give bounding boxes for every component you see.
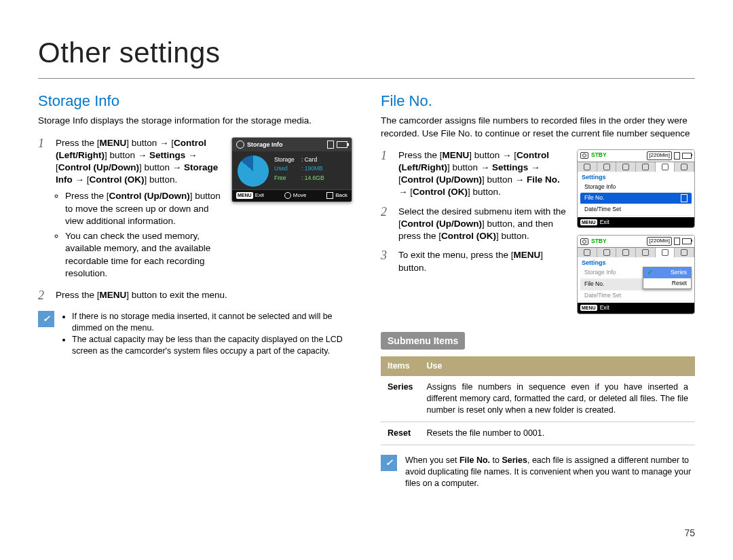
submenu-heading: Submenu Items: [381, 332, 465, 350]
storage-info-intro: Storage Info displays the storage inform…: [38, 115, 352, 127]
list-item: Storage Info: [580, 182, 692, 193]
camera-icon: [580, 152, 588, 159]
list-item: File No.: [580, 193, 692, 204]
tab-icon: [681, 249, 688, 256]
gear-icon: [236, 141, 244, 149]
file-icon: [681, 194, 688, 202]
r-step3-text: To exit the menu, press the [MENU] butto…: [398, 249, 570, 274]
tab-icon: [622, 164, 629, 170]
tab-icon: [603, 249, 610, 256]
tab-icon: [584, 249, 590, 256]
tab-icon: [642, 249, 649, 256]
list-item: Date/Time Set: [580, 204, 692, 215]
step-number: 3: [381, 249, 390, 261]
file-no-lcd-2: STBY [220Min]: [577, 235, 695, 314]
page-number: 75: [684, 527, 695, 540]
step2-text: Press the [MENU] button to exit the menu…: [56, 289, 352, 301]
note-block: ✓ When you set File No. to Series, each …: [381, 455, 695, 489]
tab-icon: [642, 164, 649, 170]
col-items: Items: [381, 356, 420, 376]
horizontal-rule: [38, 78, 695, 79]
submenu-table: Items Use Series Assigns file numbers in…: [381, 356, 695, 445]
camera-icon: [580, 238, 588, 245]
step-number: 2: [38, 289, 48, 301]
note-icon: ✓: [381, 455, 397, 471]
storage-info-heading: Storage Info: [38, 91, 352, 111]
tab-icon: [662, 249, 669, 256]
note-item: If there is no storage media inserted, i…: [72, 311, 352, 334]
note-block: ✓ If there is no storage media inserted,…: [38, 311, 352, 357]
storage-info-lcd: Storage Info Storage: Card: [231, 137, 352, 202]
file-no-heading: File No.: [381, 91, 695, 111]
tab-icon: [584, 164, 590, 170]
note-item: The actual capacity may be less than the…: [72, 334, 352, 357]
battery-icon: [682, 153, 692, 159]
step-number: 1: [381, 149, 390, 162]
file-no-intro: The camcorder assigns file numbers to re…: [381, 115, 695, 139]
joystick-icon: [284, 192, 291, 199]
tab-icon: [662, 164, 669, 170]
list-item: Date/Time Set: [580, 291, 692, 301]
table-row: Series Assigns file numbers in sequence …: [381, 376, 695, 422]
menu-chip-icon: MENU: [580, 219, 597, 225]
card-icon: [674, 152, 680, 160]
tab-icon: [603, 164, 610, 170]
col-use: Use: [420, 356, 695, 376]
submenu-popup: ✓Series Reset: [643, 267, 692, 289]
tab-icon: [681, 164, 688, 170]
step1-bullet: You can check the used memory, available…: [65, 230, 225, 280]
table-row: Reset Resets the file number to 0001.: [381, 422, 695, 445]
battery-icon: [337, 141, 347, 148]
menu-chip-icon: MENU: [580, 305, 597, 311]
page-title: Other settings: [38, 34, 695, 73]
r-step1-text: Press the [MENU] button → [Control (Left…: [398, 149, 570, 199]
card-icon: [327, 141, 334, 149]
check-icon: ✓: [647, 269, 653, 276]
menu-chip-icon: MENU: [236, 192, 253, 198]
lcd-title: Storage Info: [247, 141, 283, 149]
note-icon: ✓: [38, 311, 54, 327]
step-number: 1: [38, 137, 48, 149]
back-icon: [326, 192, 333, 199]
pie-chart-icon: [238, 155, 269, 187]
step1-bullet: Press the [Control (Up/Down)] button to …: [65, 190, 225, 227]
r-step2-text: Select the desired submenu item with the…: [398, 206, 570, 243]
card-icon: [674, 238, 680, 245]
step1-text: Press the [MENU] button → [Control (Left…: [56, 137, 225, 282]
tab-icon: [622, 249, 629, 256]
file-no-lcd-1: STBY [220Min]: [577, 149, 695, 228]
step-number: 2: [381, 206, 390, 218]
battery-icon: [682, 238, 692, 244]
